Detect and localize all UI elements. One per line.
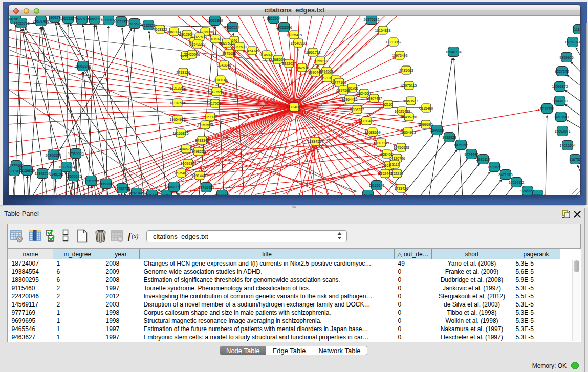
svg-text:16154838: 16154838	[375, 29, 390, 32]
svg-text:7986322: 7986322	[350, 108, 364, 112]
svg-text:16099344: 16099344	[180, 162, 196, 165]
svg-text:7625402: 7625402	[174, 171, 188, 175]
svg-text:2935114: 2935114	[476, 158, 490, 161]
svg-text:9146821: 9146821	[259, 53, 273, 57]
svg-text:1145193: 1145193	[50, 172, 63, 176]
svg-text:9227342: 9227342	[555, 70, 569, 73]
svg-text:15751074: 15751074	[564, 40, 580, 44]
svg-text:12093872: 12093872	[552, 85, 568, 89]
svg-text:20053346: 20053346	[75, 64, 91, 68]
svg-text:3624554: 3624554	[357, 92, 371, 95]
svg-text:9457771: 9457771	[167, 185, 181, 189]
svg-text:17016504: 17016504	[559, 144, 575, 147]
svg-text:15720407: 15720407	[358, 119, 374, 123]
svg-text:1733426: 1733426	[394, 187, 408, 190]
svg-text:18807249: 18807249	[373, 141, 389, 145]
svg-text:10653287: 10653287	[60, 17, 76, 20]
svg-text:14055713: 14055713	[13, 21, 29, 25]
svg-text:19654985: 19654985	[169, 118, 185, 121]
svg-text:8813054: 8813054	[267, 17, 280, 20]
svg-text:19166825: 19166825	[172, 132, 188, 135]
svg-text:391141: 391141	[9, 169, 20, 173]
svg-text:7632621: 7632621	[487, 165, 501, 169]
svg-text:6479197: 6479197	[454, 143, 468, 147]
svg-text:7357224: 7357224	[226, 26, 239, 29]
svg-text:9327508: 9327508	[220, 41, 233, 45]
svg-text:12975115: 12975115	[401, 84, 417, 87]
svg-text:26876682: 26876682	[363, 18, 379, 21]
svg-text:12213967: 12213967	[385, 40, 401, 44]
svg-text:20691406: 20691406	[33, 19, 49, 23]
svg-text:13716485: 13716485	[198, 186, 214, 189]
svg-text:15112: 15112	[390, 163, 400, 166]
svg-text:8186328: 8186328	[208, 37, 222, 41]
svg-text:11325419: 11325419	[287, 33, 302, 37]
svg-text:8783342: 8783342	[195, 139, 209, 142]
svg-text:15692971: 15692971	[554, 129, 570, 133]
svg-text:1527602: 1527602	[75, 17, 89, 21]
svg-text:6466160: 6466160	[88, 17, 101, 21]
svg-text:9794028: 9794028	[319, 70, 333, 73]
svg-text:16107554: 16107554	[169, 101, 185, 105]
svg-text:16961758: 16961758	[304, 51, 320, 54]
svg-text:10975887: 10975887	[58, 165, 74, 169]
svg-text:9777169: 9777169	[332, 81, 346, 84]
svg-text:417006: 417006	[209, 102, 221, 105]
svg-text:3267130: 3267130	[203, 115, 217, 119]
svg-text:20364436: 20364436	[341, 98, 357, 101]
svg-text:12923448: 12923448	[214, 193, 230, 196]
svg-text:10654112: 10654112	[509, 181, 525, 184]
svg-text:1362615: 1362615	[295, 66, 309, 70]
svg-text:9242848: 9242848	[217, 63, 231, 67]
svg-text:116753: 116753	[570, 158, 580, 161]
svg-text:19384554: 19384554	[307, 140, 323, 143]
svg-text:9329966: 9329966	[559, 56, 573, 59]
svg-text:15495758: 15495758	[401, 115, 417, 119]
svg-text:62160: 62160	[383, 103, 393, 106]
svg-text:3875685: 3875685	[222, 52, 236, 55]
svg-text:9474444: 9474444	[464, 152, 478, 156]
svg-text:8454749: 8454749	[245, 49, 259, 53]
svg-text:23420046: 23420046	[184, 53, 200, 56]
svg-text:9245652: 9245652	[531, 193, 545, 196]
svg-text:19654923: 19654923	[400, 130, 416, 134]
svg-text:10756928: 10756928	[393, 146, 409, 149]
svg-text:(x): (x)	[132, 233, 138, 240]
svg-text:12342757: 12342757	[34, 172, 50, 176]
svg-text:9254: 9254	[162, 193, 170, 196]
svg-text:16210643: 16210643	[553, 115, 569, 119]
svg-text:10973493: 10973493	[391, 54, 407, 57]
svg-text:11156829: 11156829	[19, 169, 35, 172]
svg-text:12923448: 12923448	[128, 191, 144, 195]
svg-text:16543382: 16543382	[189, 42, 205, 46]
svg-text:252214: 252214	[391, 172, 403, 176]
svg-text:1568520: 1568520	[271, 58, 285, 61]
svg-text:7955812: 7955812	[313, 59, 327, 63]
svg-text:10688609: 10688609	[364, 130, 380, 134]
svg-text:1352448: 1352448	[378, 172, 392, 176]
svg-text:11124: 11124	[574, 28, 580, 31]
svg-text:16648784: 16648784	[445, 50, 461, 54]
svg-text:151361: 151361	[362, 193, 374, 196]
svg-text:9115460: 9115460	[420, 106, 433, 110]
svg-text:15640910: 15640910	[290, 41, 306, 45]
svg-text:190378: 190378	[49, 16, 60, 19]
svg-text:8471676: 8471676	[498, 173, 512, 177]
svg-text:12213369: 12213369	[169, 86, 185, 90]
svg-text:6897508: 6897508	[336, 89, 350, 92]
svg-text:7485063: 7485063	[399, 69, 413, 72]
svg-text:12444193: 12444193	[552, 99, 568, 103]
svg-text:1640954: 1640954	[430, 128, 444, 132]
svg-text:20206556: 20206556	[45, 154, 61, 157]
svg-text:9463627: 9463627	[404, 99, 418, 103]
svg-text:8960124: 8960124	[167, 30, 181, 34]
svg-text:17359928: 17359928	[68, 152, 83, 156]
svg-text:10914479: 10914479	[191, 174, 207, 178]
svg-text:18724007: 18724007	[286, 105, 302, 109]
svg-text:15136141: 15136141	[368, 184, 384, 187]
svg-text:2967608: 2967608	[232, 45, 246, 49]
svg-text:16782759: 16782759	[114, 187, 130, 190]
svg-text:8322037: 8322037	[282, 62, 296, 65]
svg-text:925448: 925448	[146, 193, 158, 196]
svg-text:7515526: 7515526	[127, 22, 141, 26]
